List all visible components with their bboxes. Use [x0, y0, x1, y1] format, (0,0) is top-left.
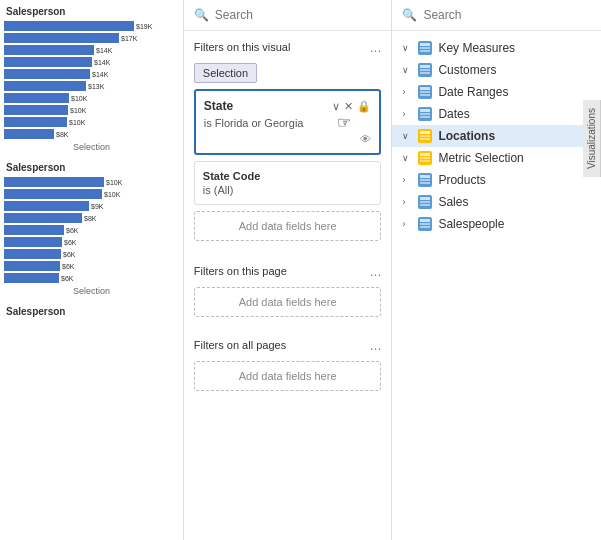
svg-rect-12 [420, 131, 430, 134]
bar [4, 249, 61, 259]
bar-container: $9K [4, 201, 179, 211]
bar-row: $10K [4, 117, 179, 127]
bar-container: $6K [4, 237, 179, 247]
bar-row: $6K [4, 261, 179, 271]
bar-container: $6K [4, 225, 179, 235]
bar-container: $6K [4, 249, 179, 259]
filters-all-section: Filters on all pages ... Add data fields… [184, 331, 392, 405]
clear-filter-icon[interactable]: ✕ [344, 100, 353, 113]
bar-row: $10K [4, 105, 179, 115]
field-name: Metric Selection [438, 151, 523, 165]
right-search-icon: 🔍 [402, 8, 417, 22]
bar-container: $14K [4, 69, 179, 79]
field-table-icon [418, 217, 432, 231]
chevron-down-icon[interactable]: ∨ [332, 100, 340, 113]
bar-row: $19K [4, 21, 179, 31]
bar [4, 237, 62, 247]
bar-row: $6K [4, 237, 179, 247]
bar-container: $13K [4, 81, 179, 91]
chevron-icon: › [402, 109, 412, 119]
field-name: Products [438, 173, 485, 187]
chart2-subtitle: Selection [4, 286, 179, 296]
bar [4, 81, 86, 91]
filters-page-header: Filters on this page ... [194, 263, 382, 279]
chevron-icon: ∨ [402, 131, 412, 141]
field-item-dates[interactable]: › Dates [392, 103, 601, 125]
right-search-input[interactable] [423, 8, 591, 22]
bar-value: $8K [84, 215, 96, 222]
add-data-page[interactable]: Add data fields here [194, 287, 382, 317]
field-item-salespeople[interactable]: › Salespeople [392, 213, 601, 235]
bar-value: $6K [64, 239, 76, 246]
viz-tab[interactable]: Visualizations [583, 100, 601, 177]
add-data-visual[interactable]: Add data fields here [194, 211, 382, 241]
bar-container: $14K [4, 45, 179, 55]
field-table-icon [418, 129, 432, 143]
chart1-bars: $19K $17K $14K $14K $14K $13K $10K $10K [4, 21, 179, 139]
bar-value: $13K [88, 83, 104, 90]
field-item-metric-selection[interactable]: ∨ Metric Selection [392, 147, 601, 169]
eye-icon[interactable]: 👁 [360, 133, 371, 145]
svg-rect-14 [420, 138, 430, 140]
state-code-value: is (All) [203, 184, 373, 196]
svg-rect-0 [420, 43, 430, 46]
middle-search-input[interactable] [215, 8, 382, 22]
bar [4, 225, 64, 235]
field-item-locations[interactable]: ∨ Locations [392, 125, 601, 147]
field-table-icon [418, 41, 432, 55]
svg-rect-10 [420, 113, 430, 115]
field-item-date-ranges[interactable]: › Date Ranges [392, 81, 601, 103]
field-item-customers[interactable]: ∨ Customers [392, 59, 601, 81]
field-item-products[interactable]: › Products [392, 169, 601, 191]
chart1-subtitle: Selection [4, 142, 179, 152]
svg-rect-19 [420, 179, 430, 181]
bar [4, 129, 54, 139]
bar-value: $14K [94, 59, 110, 66]
bar-value: $6K [61, 275, 73, 282]
bar-container: $10K [4, 189, 179, 199]
bar [4, 93, 69, 103]
bar-row: $6K [4, 273, 179, 283]
svg-rect-15 [420, 153, 430, 156]
bar [4, 201, 89, 211]
svg-rect-20 [420, 182, 430, 184]
middle-search-icon: 🔍 [194, 8, 209, 22]
field-table-icon [418, 107, 432, 121]
svg-rect-11 [420, 116, 430, 118]
filters-page-menu[interactable]: ... [370, 263, 382, 279]
chevron-icon: ∨ [402, 65, 412, 75]
bar-row: $14K [4, 69, 179, 79]
bar-container: $10K [4, 105, 179, 115]
svg-rect-17 [420, 160, 430, 162]
filters-all-menu[interactable]: ... [370, 337, 382, 353]
filters-all-title: Filters on all pages [194, 339, 286, 351]
bar-value: $17K [121, 35, 137, 42]
field-name: Customers [438, 63, 496, 77]
filter-card-row2: 👁 [204, 133, 372, 145]
chevron-icon: › [402, 219, 412, 229]
middle-panel: 🔍 Filters on this visual ... Selection S… [184, 0, 393, 540]
field-name: Dates [438, 107, 469, 121]
lock-icon[interactable]: 🔒 [357, 100, 371, 113]
filters-visual-menu[interactable]: ... [370, 39, 382, 55]
svg-rect-21 [420, 197, 430, 200]
bar-container: $17K [4, 33, 179, 43]
svg-rect-23 [420, 204, 430, 206]
field-item-key-measures[interactable]: ∨ Key Measures [392, 37, 601, 59]
svg-rect-2 [420, 50, 430, 52]
filters-page-section: Filters on this page ... Add data fields… [184, 257, 392, 331]
state-filter-card[interactable]: State ∨ ✕ 🔒 is Florida or Georgia 👁 ☞ [194, 89, 382, 155]
bar [4, 57, 92, 67]
filters-visual-section: Filters on this visual ... Selection Sta… [184, 31, 392, 257]
svg-rect-1 [420, 47, 430, 49]
add-data-all[interactable]: Add data fields here [194, 361, 382, 391]
chevron-icon: › [402, 197, 412, 207]
field-item-sales[interactable]: › Sales [392, 191, 601, 213]
bar-value: $19K [136, 23, 152, 30]
chart1-title: Salesperson [4, 6, 179, 17]
bar-row: $13K [4, 81, 179, 91]
chart3-section: Salesperson [4, 306, 179, 321]
bar-value: $10K [69, 119, 85, 126]
svg-rect-22 [420, 201, 430, 203]
middle-search-bar: 🔍 [184, 0, 392, 31]
